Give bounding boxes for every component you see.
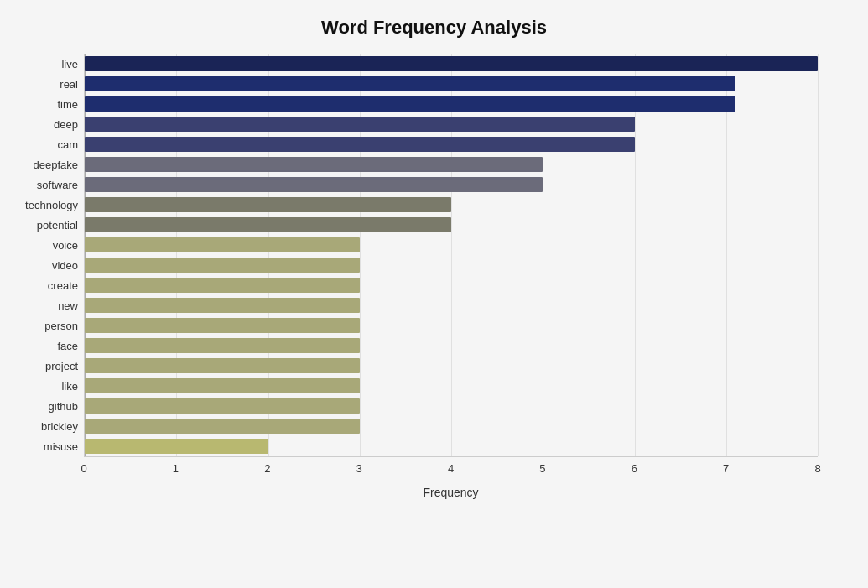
bar bbox=[85, 217, 451, 232]
bar-row: software bbox=[85, 174, 818, 195]
bar bbox=[85, 419, 360, 433]
bar bbox=[85, 197, 451, 211]
bar bbox=[85, 358, 360, 372]
bar-label: face bbox=[9, 340, 85, 352]
bar-label: voice bbox=[9, 239, 85, 252]
x-tick: 8 bbox=[814, 462, 820, 475]
x-tick: 2 bbox=[264, 462, 270, 475]
bar bbox=[85, 177, 543, 191]
bars-region: liverealtimedeepcamdeepfakesoftwaretechn… bbox=[84, 54, 818, 457]
x-axis: 012345678 bbox=[84, 461, 818, 481]
bar-label: misuse bbox=[9, 440, 85, 453]
bar-row: voice bbox=[85, 235, 818, 255]
bar bbox=[85, 157, 543, 171]
bar bbox=[85, 258, 360, 272]
bar-label: like bbox=[9, 380, 85, 393]
chart-title: Word Frequency Analysis bbox=[84, 17, 818, 39]
bar bbox=[85, 278, 360, 292]
bar-row: video bbox=[85, 255, 818, 275]
bar bbox=[85, 318, 360, 332]
bar bbox=[85, 378, 360, 393]
x-tick: 3 bbox=[356, 462, 362, 475]
bar-row: technology bbox=[85, 195, 818, 215]
bar bbox=[85, 137, 635, 151]
bar bbox=[85, 398, 360, 413]
bar-row: like bbox=[85, 376, 818, 396]
x-tick: 7 bbox=[723, 462, 729, 475]
x-tick: 5 bbox=[539, 462, 545, 475]
chart-area: liverealtimedeepcamdeepfakesoftwaretechn… bbox=[84, 54, 818, 499]
bar-row: person bbox=[85, 315, 818, 336]
x-tick: 4 bbox=[448, 462, 454, 475]
x-tick: 6 bbox=[632, 462, 637, 475]
bar-label: time bbox=[9, 98, 85, 111]
bar-label: technology bbox=[9, 199, 85, 211]
bar-row: project bbox=[85, 356, 818, 376]
bar-row: github bbox=[85, 396, 818, 416]
bar bbox=[85, 439, 268, 453]
bar-label: deep bbox=[9, 118, 85, 131]
bar-label: live bbox=[9, 58, 85, 70]
bar-row: deepfake bbox=[85, 154, 818, 174]
bar-row: face bbox=[85, 336, 818, 356]
bar-label: real bbox=[9, 78, 85, 91]
bar-row: potential bbox=[85, 215, 818, 235]
bar-label: person bbox=[9, 320, 85, 332]
bar bbox=[85, 298, 360, 312]
bar bbox=[85, 117, 635, 131]
bar-row: create bbox=[85, 275, 818, 295]
bar-row: misuse bbox=[85, 436, 818, 456]
bar-row: real bbox=[85, 74, 818, 94]
x-axis-label: Frequency bbox=[84, 486, 818, 499]
bar-label: potential bbox=[9, 219, 85, 232]
bar-label: github bbox=[9, 400, 85, 413]
bar-label: cam bbox=[9, 138, 85, 151]
bar bbox=[85, 96, 735, 111]
bar-row: brickley bbox=[85, 416, 818, 436]
bar-label: brickley bbox=[9, 420, 85, 433]
x-tick: 0 bbox=[81, 462, 86, 475]
bar bbox=[85, 76, 735, 91]
bar bbox=[85, 338, 360, 352]
bar-row: cam bbox=[85, 134, 818, 154]
bar bbox=[85, 237, 360, 252]
bar-row: new bbox=[85, 295, 818, 315]
bar-row: time bbox=[85, 94, 818, 114]
bar-label: project bbox=[9, 360, 85, 372]
bar-label: new bbox=[9, 299, 85, 312]
bar-row: live bbox=[85, 54, 818, 74]
bar bbox=[85, 56, 818, 70]
x-tick: 1 bbox=[173, 462, 179, 475]
bar-row: deep bbox=[85, 114, 818, 134]
bar-label: create bbox=[9, 279, 85, 292]
bar-label: deepfake bbox=[9, 159, 85, 171]
chart-container: Word Frequency Analysis liverealtimedeep… bbox=[0, 0, 868, 588]
bar-label: software bbox=[9, 179, 85, 191]
bar-label: video bbox=[9, 259, 85, 272]
